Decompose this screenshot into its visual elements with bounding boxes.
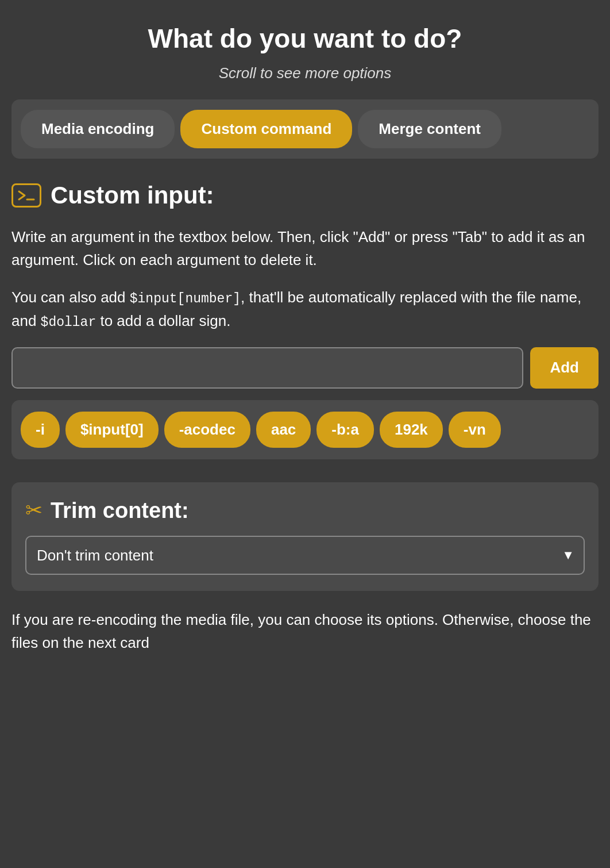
tab-bar: Media encoding Custom command Merge cont… — [11, 99, 599, 159]
chip-ba[interactable]: -b:a — [316, 412, 374, 448]
trim-select-wrapper: Don't trim content Trim start Trim end T… — [25, 536, 585, 575]
scissors-icon: ✂ — [25, 500, 43, 521]
custom-input-title: Custom input: — [51, 182, 214, 209]
chip-vn[interactable]: -vn — [449, 412, 501, 448]
terminal-icon — [11, 183, 41, 208]
description-paragraph-2: You can also add $input[number], that'll… — [11, 286, 599, 333]
desc2-code1: $input[number] — [130, 291, 241, 306]
page-title: What do you want to do? — [11, 23, 599, 54]
custom-input-header: Custom input: — [11, 182, 599, 209]
chip-acodec[interactable]: -acodec — [164, 412, 250, 448]
chip-192k[interactable]: 192k — [380, 412, 443, 448]
description-paragraph-1: Write an argument in the textbox below. … — [11, 225, 599, 272]
chip-aac[interactable]: aac — [256, 412, 311, 448]
desc2-prefix: You can also add — [11, 289, 130, 306]
argument-input[interactable] — [11, 347, 523, 389]
page-subtitle: Scroll to see more options — [11, 64, 599, 82]
trim-section-title: Trim content: — [51, 498, 189, 523]
argument-chips-container: -i $input[0] -acodec aac -b:a 192k -vn — [11, 400, 599, 459]
trim-content-section: ✂ Trim content: Don't trim content Trim … — [11, 482, 599, 591]
argument-input-row: Add — [11, 347, 599, 389]
add-argument-button[interactable]: Add — [530, 347, 599, 389]
tab-media-encoding[interactable]: Media encoding — [21, 110, 175, 148]
chip-i[interactable]: -i — [21, 412, 60, 448]
tab-merge-content[interactable]: Merge content — [358, 110, 501, 148]
trim-content-select[interactable]: Don't trim content Trim start Trim end T… — [25, 536, 585, 575]
desc2-code2: $dollar — [41, 315, 96, 330]
desc2-suffix: to add a dollar sign. — [96, 312, 230, 329]
chip-input0[interactable]: $input[0] — [65, 412, 159, 448]
tab-custom-command[interactable]: Custom command — [180, 110, 352, 148]
footer-description: If you are re-encoding the media file, y… — [11, 608, 599, 655]
trim-header: ✂ Trim content: — [25, 498, 585, 523]
